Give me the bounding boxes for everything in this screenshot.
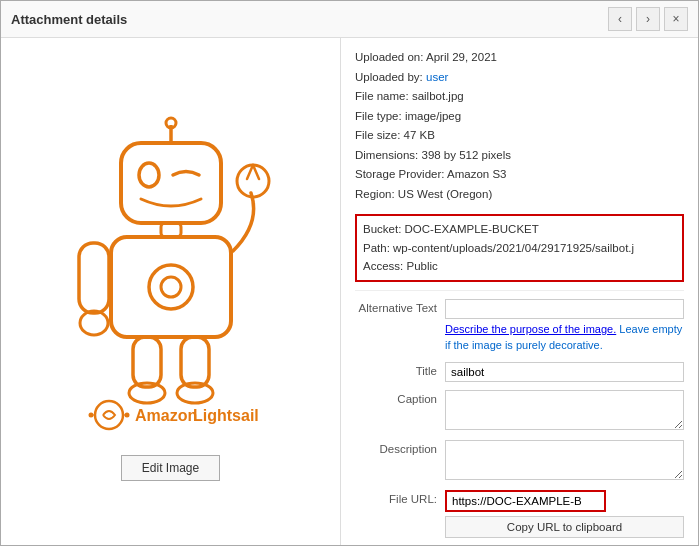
back-button[interactable]: ‹ — [608, 7, 632, 31]
title-label: Title — [355, 362, 445, 377]
svg-point-6 — [149, 265, 193, 309]
describe-purpose-link[interactable]: Describe the purpose of the image. — [445, 323, 616, 335]
user-link[interactable]: user — [426, 71, 448, 83]
uploaded-on: Uploaded on: April 29, 2021 — [355, 48, 684, 68]
alt-text-input[interactable] — [445, 299, 684, 319]
right-panel: Uploaded on: April 29, 2021 Uploaded by:… — [341, 38, 698, 545]
title-field-row: Title — [355, 362, 684, 382]
file-size: File size: 47 KB — [355, 126, 684, 146]
caption-label: Caption — [355, 390, 445, 405]
bucket-info: Bucket: DOC-EXAMPLE-BUCKET — [363, 220, 676, 238]
svg-point-10 — [237, 165, 269, 197]
svg-point-7 — [161, 277, 181, 297]
left-panel: Amazon Lightsail Edit Image — [1, 38, 341, 545]
svg-rect-14 — [181, 337, 209, 387]
alt-text-note: Describe the purpose of the image. Leave… — [445, 321, 684, 354]
svg-point-18 — [88, 412, 93, 417]
description-value — [445, 440, 684, 482]
window-title: Attachment details — [11, 12, 127, 27]
titlebar: Attachment details ‹ › × — [1, 1, 698, 38]
copy-url-button[interactable]: Copy URL to clipboard — [445, 516, 684, 538]
svg-rect-4 — [161, 223, 181, 237]
divider-1 — [355, 290, 684, 291]
file-url-value: Copy URL to clipboard — [445, 490, 684, 538]
access-info: Access: Public — [363, 257, 676, 275]
title-value — [445, 362, 684, 382]
description-label: Description — [355, 440, 445, 455]
svg-point-3 — [166, 118, 176, 128]
path-info: Path: wp-content/uploads/2021/04/2917192… — [363, 239, 676, 257]
close-button[interactable]: × — [664, 7, 688, 31]
meta-section: Uploaded on: April 29, 2021 Uploaded by:… — [355, 48, 684, 204]
svg-point-17 — [95, 401, 123, 429]
robot-image: Amazon Lightsail — [41, 113, 301, 433]
region: Region: US West (Oregon) — [355, 185, 684, 205]
svg-text:Amazon: Amazon — [135, 407, 197, 424]
description-field-row: Description — [355, 440, 684, 482]
caption-value — [445, 390, 684, 432]
description-textarea[interactable] — [445, 440, 684, 480]
titlebar-buttons: ‹ › × — [608, 7, 688, 31]
alt-text-value: Describe the purpose of the image. Leave… — [445, 299, 684, 354]
svg-rect-5 — [111, 237, 231, 337]
uploaded-by: Uploaded by: user — [355, 68, 684, 88]
file-url-input[interactable] — [445, 490, 606, 512]
storage-provider: Storage Provider: Amazon S3 — [355, 165, 684, 185]
image-preview: Amazon Lightsail — [31, 103, 311, 443]
svg-rect-0 — [121, 143, 221, 223]
alt-text-label: Alternative Text — [355, 299, 445, 314]
main-content: Amazon Lightsail Edit Image Uploaded on:… — [1, 38, 698, 545]
file-type: File type: image/jpeg — [355, 107, 684, 127]
file-url-label: File URL: — [355, 490, 445, 505]
svg-text:Lightsail: Lightsail — [193, 407, 259, 424]
title-input[interactable] — [445, 362, 684, 382]
edit-image-button[interactable]: Edit Image — [121, 455, 220, 481]
caption-textarea[interactable] — [445, 390, 684, 430]
alt-text-field-row: Alternative Text Describe the purpose of… — [355, 299, 684, 354]
caption-field-row: Caption — [355, 390, 684, 432]
attachment-details-window: Attachment details ‹ › × — [0, 0, 699, 546]
highlighted-info-box: Bucket: DOC-EXAMPLE-BUCKET Path: wp-cont… — [355, 214, 684, 281]
svg-point-1 — [139, 163, 159, 187]
svg-rect-13 — [133, 337, 161, 387]
svg-rect-8 — [79, 243, 109, 313]
forward-button[interactable]: › — [636, 7, 660, 31]
file-url-field-row: File URL: Copy URL to clipboard — [355, 490, 684, 538]
file-name: File name: sailbot.jpg — [355, 87, 684, 107]
dimensions: Dimensions: 398 by 512 pixels — [355, 146, 684, 166]
